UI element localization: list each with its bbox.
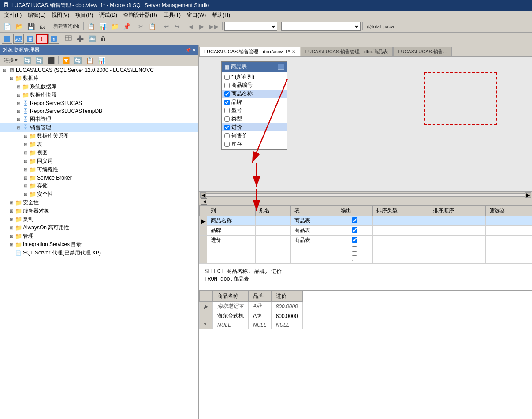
explorer-tb4[interactable]: 🔄	[72, 56, 83, 65]
explorer-tb2[interactable]: 🔄	[33, 56, 45, 65]
grid-row-0[interactable]: ▶ 商品名称 商品表	[200, 216, 532, 226]
row4-col[interactable]	[207, 254, 256, 264]
pin-icon[interactable]: 📌	[186, 48, 191, 52]
qt3[interactable]: ▦	[25, 34, 35, 44]
sql-area[interactable]: SELECT 商品名称, 品牌, 进价 FROM dbo.商品表	[199, 264, 532, 291]
qt-table[interactable]	[63, 34, 74, 44]
tb3[interactable]: 📋	[86, 22, 97, 31]
menu-file[interactable]: 文件(F)	[2, 11, 24, 20]
node-tables[interactable]: ⊞ 📁 表	[0, 140, 198, 149]
col-type-check[interactable]	[224, 116, 230, 122]
sc-expand[interactable]: ⊞	[22, 191, 29, 198]
row4-table[interactable]	[291, 254, 337, 264]
menu-help[interactable]: 帮助(H)	[209, 11, 233, 20]
tab-view1-close[interactable]: ✕	[292, 49, 295, 54]
mgmt-expand[interactable]: ⊞	[8, 233, 15, 240]
prog-expand[interactable]: ⊞	[22, 166, 29, 173]
qt-del[interactable]: 🗑	[98, 34, 108, 44]
vw-expand[interactable]: ⊞	[22, 150, 29, 157]
row0-filter[interactable]	[486, 216, 532, 226]
tb-play[interactable]: ▶	[197, 22, 206, 31]
redo-btn[interactable]: ↪	[172, 22, 182, 31]
row1-output[interactable]	[337, 226, 372, 236]
is-expand[interactable]: ⊞	[8, 241, 15, 248]
ao-expand[interactable]: ⊞	[8, 224, 15, 232]
qt-exclaim[interactable]: !	[36, 34, 48, 44]
node-server-objects[interactable]: ⊞ 📁 服务器对象	[0, 207, 198, 215]
tb5[interactable]: 📁	[109, 22, 120, 31]
query-combo[interactable]	[281, 22, 361, 31]
new-btn[interactable]: 📄	[2, 22, 13, 31]
row1-sorttype[interactable]	[372, 226, 429, 236]
hscroll-left[interactable]: ◀	[200, 192, 206, 198]
menu-tools[interactable]: 工具(T)	[161, 11, 183, 20]
node-db-diagram[interactable]: ⊞ 📁 数据库关系图	[0, 132, 198, 140]
node-sql-agent[interactable]: 📄 SQL Server 代理(已禁用代理 XP)	[0, 249, 198, 257]
row0-output-check[interactable]	[352, 217, 357, 223]
save-btn[interactable]: 💾	[26, 22, 37, 31]
server-node[interactable]: ⊟ 🖥 LUCAS\LUCAS (SQL Server 12.0.2000 - …	[0, 66, 198, 74]
col-name-check[interactable]	[224, 91, 230, 97]
row0-output[interactable]	[337, 216, 372, 226]
col-id-check[interactable]	[224, 83, 230, 88]
col-name[interactable]: 商品名称	[222, 90, 287, 98]
row2-sorttype[interactable]	[372, 236, 429, 245]
row4-output[interactable]	[337, 254, 372, 264]
row0-col[interactable]: 商品名称	[207, 216, 256, 226]
open-btn[interactable]: 📂	[14, 22, 25, 31]
results-row-2[interactable]: * NULL NULL NULL	[200, 321, 303, 329]
row2-sortorder[interactable]	[429, 236, 485, 245]
res2-col2[interactable]: NULL	[249, 321, 272, 329]
row3-table[interactable]	[291, 245, 337, 254]
tab-third[interactable]: LUCAS\LUCAS.销售...	[393, 47, 452, 56]
row0-sorttype[interactable]	[372, 216, 429, 226]
row2-filter[interactable]	[486, 236, 532, 245]
tb6[interactable]: 📌	[121, 22, 132, 31]
undo-btn[interactable]: ↩	[162, 22, 171, 31]
explorer-tb5[interactable]: 📋	[84, 56, 95, 65]
agent-expand[interactable]	[8, 250, 15, 257]
row2-output-check[interactable]	[352, 237, 357, 243]
node-sales-mgmt[interactable]: ⊟ 🗄 销售管理	[0, 123, 198, 132]
col-brand-check[interactable]	[224, 100, 230, 105]
col-stock-check[interactable]	[224, 142, 230, 147]
node-views[interactable]: ⊞ 📁 视图	[0, 149, 198, 157]
tb7[interactable]: ✂	[136, 22, 146, 31]
row1-alias[interactable]	[256, 226, 291, 236]
hscroll-right[interactable]: ▶	[525, 192, 531, 198]
row0-sortorder[interactable]	[429, 216, 485, 226]
results-row-0[interactable]: ▶ 海尔笔记本 A牌 800.0000	[200, 302, 303, 311]
col-stock[interactable]: 库存	[222, 140, 287, 148]
row4-alias[interactable]	[256, 254, 291, 264]
tab-view1[interactable]: LUCAS\LUCAS.销售管理 - dbo.View_1* ✕	[199, 47, 300, 56]
res1-col2[interactable]: A牌	[249, 311, 272, 321]
tab-goods-table[interactable]: LUCAS\LUCAS.销售管理 - dbo.商品表	[301, 47, 393, 56]
node-management[interactable]: ⊞ 📁 管理	[0, 232, 198, 240]
bm-expand[interactable]: ⊞	[15, 116, 22, 123]
tb-arrow-left[interactable]: ◀	[186, 22, 196, 31]
node-storage[interactable]: ⊞ 📁 存储	[0, 182, 198, 190]
node-service-broker[interactable]: ⊞ 📁 Service Broker	[0, 174, 198, 182]
menu-edit[interactable]: 编辑(E)	[25, 11, 48, 20]
node-security-top[interactable]: ⊞ 📁 安全性	[0, 198, 198, 207]
sm-expand[interactable]: ⊟	[15, 124, 22, 131]
tbl-expand[interactable]: ⊞	[22, 141, 29, 148]
row2-alias[interactable]	[256, 236, 291, 245]
col-model[interactable]: 型号	[222, 106, 287, 115]
node-databases[interactable]: ⊟ 📁 数据库	[0, 74, 198, 82]
row3-filter[interactable]	[486, 245, 532, 254]
sb-expand[interactable]: ⊞	[22, 174, 29, 181]
res0-col3[interactable]: 800.0000	[271, 302, 302, 311]
tb8[interactable]: 📋	[147, 22, 158, 31]
row1-sortorder[interactable]	[429, 226, 485, 236]
res0-col1[interactable]: 海尔笔记本	[213, 302, 249, 311]
db-selector[interactable]	[224, 22, 277, 31]
qt-add[interactable]: ➕	[74, 34, 86, 44]
qt2[interactable]: SQL	[13, 34, 24, 44]
sys-db-expand[interactable]: ⊞	[15, 83, 22, 90]
res0-col2[interactable]: A牌	[249, 302, 272, 311]
qt-sort[interactable]: 🔤	[86, 34, 97, 44]
row3-output[interactable]	[337, 245, 372, 254]
filter-btn[interactable]: 🔽	[60, 56, 71, 65]
syn-expand[interactable]: ⊞	[22, 158, 29, 165]
